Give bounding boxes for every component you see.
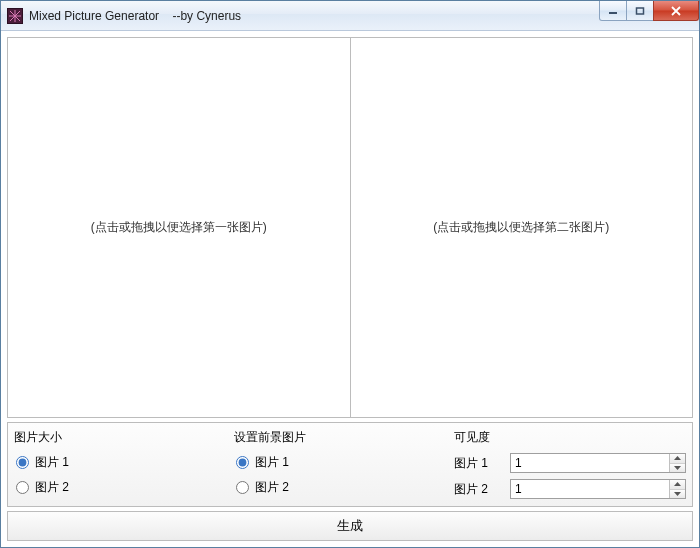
- group-image-size: 图片大小 图片 1 图片 2: [14, 427, 230, 500]
- options-row: 图片大小 图片 1 图片 2 设置前景图片 图片 1 图片: [7, 422, 693, 507]
- group-title-visibility: 可见度: [454, 427, 686, 448]
- radio-fg-1[interactable]: 图片 1: [234, 452, 450, 473]
- minimize-button[interactable]: [599, 1, 627, 21]
- svg-rect-4: [609, 12, 617, 14]
- spinner-2-down[interactable]: [670, 490, 685, 499]
- image-drop-2[interactable]: (点击或拖拽以便选择第二张图片): [351, 38, 693, 417]
- titlebar[interactable]: Mixed Picture Generator --by Cynerus: [1, 1, 699, 31]
- radio-size-1[interactable]: 图片 1: [14, 452, 230, 473]
- radio-fg-2-label: 图片 2: [255, 479, 289, 496]
- radio-fg-1-label: 图片 1: [255, 454, 289, 471]
- app-window: Mixed Picture Generator --by Cynerus (点击…: [0, 0, 700, 548]
- maximize-button[interactable]: [626, 1, 654, 21]
- chevron-up-icon: [674, 482, 681, 486]
- group-visibility: 可见度 图片 1 图片 2: [454, 427, 686, 500]
- radio-size-1-label: 图片 1: [35, 454, 69, 471]
- maximize-icon: [635, 7, 645, 15]
- radio-fg-1-input[interactable]: [236, 456, 249, 469]
- visibility-input-1[interactable]: [511, 454, 669, 472]
- svg-rect-5: [637, 8, 644, 14]
- visibility-label-2: 图片 2: [454, 481, 502, 498]
- spinner-2-up[interactable]: [670, 480, 685, 490]
- client-area: (点击或拖拽以便选择第一张图片) (点击或拖拽以便选择第二张图片) 图片大小 图…: [1, 31, 699, 547]
- spinner-1-buttons: [669, 454, 685, 472]
- window-controls: [600, 1, 699, 21]
- drop-hint-1: (点击或拖拽以便选择第一张图片): [91, 219, 267, 236]
- radio-size-2-label: 图片 2: [35, 479, 69, 496]
- radio-fg-2[interactable]: 图片 2: [234, 477, 450, 498]
- window-title: Mixed Picture Generator --by Cynerus: [29, 9, 241, 23]
- minimize-icon: [608, 7, 618, 15]
- svg-marker-9: [674, 492, 681, 496]
- svg-marker-6: [674, 456, 681, 460]
- visibility-row-1: 图片 1: [454, 452, 686, 474]
- close-button[interactable]: [653, 1, 699, 21]
- group-title-foreground: 设置前景图片: [234, 427, 450, 448]
- close-icon: [670, 6, 682, 16]
- image-drop-1[interactable]: (点击或拖拽以便选择第一张图片): [8, 38, 350, 417]
- chevron-down-icon: [674, 492, 681, 496]
- radio-size-2-input[interactable]: [16, 481, 29, 494]
- drop-hint-2: (点击或拖拽以便选择第二张图片): [433, 219, 609, 236]
- app-icon: [7, 8, 23, 24]
- generate-row: 生成: [7, 511, 693, 541]
- radio-size-1-input[interactable]: [16, 456, 29, 469]
- chevron-down-icon: [674, 466, 681, 470]
- svg-marker-7: [674, 466, 681, 470]
- chevron-up-icon: [674, 456, 681, 460]
- svg-marker-8: [674, 482, 681, 486]
- visibility-label-1: 图片 1: [454, 455, 502, 472]
- spinner-2-buttons: [669, 480, 685, 498]
- generate-button[interactable]: 生成: [8, 512, 692, 540]
- spinner-1-up[interactable]: [670, 454, 685, 464]
- generate-button-label: 生成: [337, 517, 363, 535]
- visibility-input-2[interactable]: [511, 480, 669, 498]
- visibility-spinner-2: [510, 479, 686, 499]
- radio-size-2[interactable]: 图片 2: [14, 477, 230, 498]
- spinner-1-down[interactable]: [670, 464, 685, 473]
- group-foreground: 设置前景图片 图片 1 图片 2: [234, 427, 450, 500]
- group-title-size: 图片大小: [14, 427, 230, 448]
- radio-fg-2-input[interactable]: [236, 481, 249, 494]
- image-drop-row: (点击或拖拽以便选择第一张图片) (点击或拖拽以便选择第二张图片): [7, 37, 693, 418]
- visibility-spinner-1: [510, 453, 686, 473]
- visibility-row-2: 图片 2: [454, 478, 686, 500]
